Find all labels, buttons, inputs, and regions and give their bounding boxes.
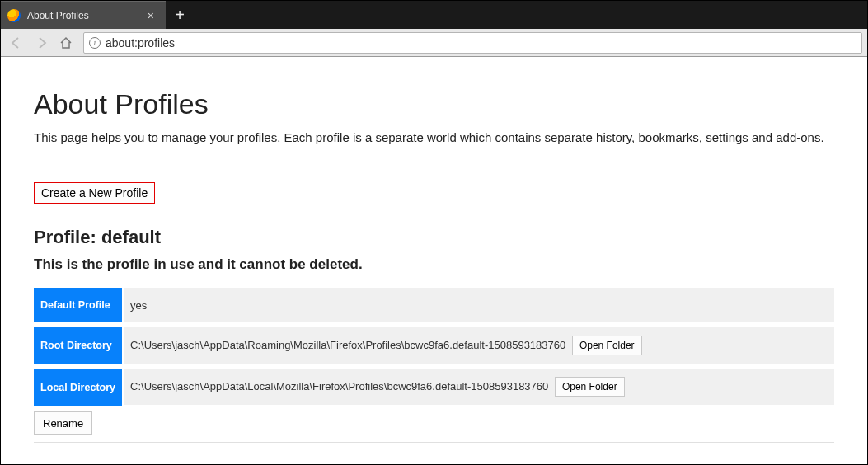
intro-text: This page helps you to manage your profi… [34,130,834,144]
site-info-icon[interactable] [89,37,101,49]
nav-toolbar: about:profiles [1,29,867,57]
profile-table: Default Profile yes Root Directory C:\Us… [34,288,834,406]
home-icon [59,36,73,49]
profile-in-use-notice: This is the profile in use and it cannot… [34,256,834,273]
tab-close-icon[interactable]: × [148,10,154,21]
url-text[interactable]: about:profiles [106,36,856,49]
home-button[interactable] [55,32,77,54]
tab-title: About Profiles [27,10,141,21]
default-profile-label: Default Profile [34,288,123,325]
firefox-favicon-icon [7,9,21,22]
root-directory-value: C:\Users\jasch\AppData\Roaming\Mozilla\F… [130,339,565,351]
profile-header: Profile: default [34,227,834,248]
browser-tab-active[interactable]: About Profiles × [1,1,166,29]
new-tab-button[interactable]: + [166,1,194,29]
divider [34,442,834,443]
local-directory-label: Local Directory [34,366,123,406]
back-button[interactable] [6,32,27,54]
open-local-folder-button[interactable]: Open Folder [555,377,625,397]
page-content: About Profiles This page helps you to ma… [1,57,867,459]
local-directory-value: C:\Users\jasch\AppData\Local\Mozilla\Fir… [130,380,548,392]
rename-button[interactable]: Rename [34,411,92,435]
root-directory-label: Root Directory [34,325,123,366]
url-bar[interactable]: about:profiles [83,32,862,54]
table-row: Local Directory C:\Users\jasch\AppData\L… [34,366,834,406]
create-new-profile-button[interactable]: Create a New Profile [34,182,155,204]
table-row: Root Directory C:\Users\jasch\AppData\Ro… [34,325,834,366]
titlebar: About Profiles × + [1,1,867,29]
arrow-left-icon [10,36,23,49]
open-root-folder-button[interactable]: Open Folder [572,336,642,355]
forward-button[interactable] [30,32,52,54]
default-profile-value: yes [130,299,147,312]
page-heading: About Profiles [34,88,834,120]
arrow-right-icon [35,36,48,49]
table-row: Default Profile yes [34,288,834,325]
